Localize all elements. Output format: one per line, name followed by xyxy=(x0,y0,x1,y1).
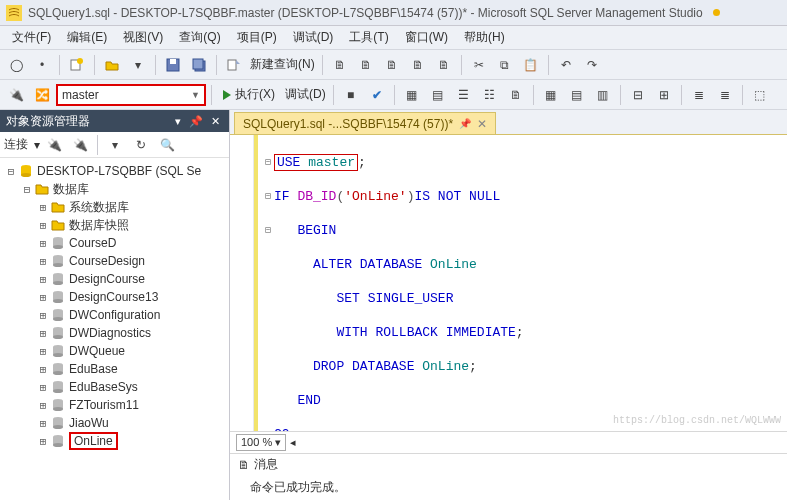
search-icon[interactable]: 🔍 xyxy=(155,133,179,157)
mdx-icon[interactable]: 🗎 xyxy=(354,53,378,77)
db-snapshot-node[interactable]: ⊞ 数据库快照 xyxy=(2,216,227,234)
expand-icon[interactable]: ⊞ xyxy=(36,237,50,250)
messages-tab[interactable]: 🗎 消息 xyxy=(230,453,787,475)
database-node[interactable]: ⊞CourseD xyxy=(2,234,227,252)
database-node[interactable]: ⊞FZTourism11 xyxy=(2,396,227,414)
menu-view[interactable]: 视图(V) xyxy=(115,26,171,49)
indent-icon[interactable]: ≣ xyxy=(687,83,711,107)
filter-icon[interactable]: ▾ xyxy=(103,133,127,157)
databases-folder-node[interactable]: ⊟ 数据库 xyxy=(2,180,227,198)
results-to-file-icon[interactable]: ▤ xyxy=(565,83,589,107)
expand-icon[interactable]: ⊞ xyxy=(36,345,50,358)
object-explorer-tree[interactable]: ⊟ DESKTOP-L7SQBBF (SQL Se ⊟ 数据库 ⊞ 系统数据库 … xyxy=(0,158,229,500)
menu-tools[interactable]: 工具(T) xyxy=(341,26,396,49)
menu-query[interactable]: 查询(Q) xyxy=(171,26,228,49)
menu-file[interactable]: 文件(F) xyxy=(4,26,59,49)
dmx-icon[interactable]: 🗎 xyxy=(380,53,404,77)
close-icon[interactable]: ✕ xyxy=(477,117,487,131)
open-file-icon[interactable] xyxy=(100,53,124,77)
outdent-icon[interactable]: ≣ xyxy=(713,83,737,107)
pin-icon[interactable]: 📌 xyxy=(186,115,206,128)
database-node[interactable]: ⊞EduBase xyxy=(2,360,227,378)
uncomment-icon[interactable]: ⊞ xyxy=(652,83,676,107)
dax-icon[interactable]: 🗎 xyxy=(432,53,456,77)
database-node[interactable]: ⊞CourseDesign xyxy=(2,252,227,270)
comment-icon[interactable]: ⊟ xyxy=(626,83,650,107)
menu-help[interactable]: 帮助(H) xyxy=(456,26,513,49)
expand-icon[interactable]: ⊞ xyxy=(36,255,50,268)
copy-icon[interactable]: ⧉ xyxy=(493,53,517,77)
server-node[interactable]: ⊟ DESKTOP-L7SQBBF (SQL Se xyxy=(2,162,227,180)
menu-edit[interactable]: 编辑(E) xyxy=(59,26,115,49)
expand-icon[interactable]: ⊞ xyxy=(36,291,50,304)
collapse-icon[interactable]: ⊟ xyxy=(20,183,34,196)
expand-icon[interactable]: ⊞ xyxy=(36,201,50,214)
change-connection-icon[interactable]: 🔀 xyxy=(30,83,54,107)
chevron-down-icon[interactable]: ▾ xyxy=(126,53,150,77)
expand-icon[interactable]: ⊞ xyxy=(36,435,50,448)
execute-button[interactable]: 执行(X) xyxy=(217,83,281,107)
database-node[interactable]: ⊞DesignCourse13 xyxy=(2,288,227,306)
pin-icon[interactable]: 📌 xyxy=(459,118,471,129)
svg-point-43 xyxy=(53,425,63,429)
new-query-icon[interactable] xyxy=(222,53,246,77)
nav-fwd-icon[interactable]: • xyxy=(30,53,54,77)
close-icon[interactable]: ✕ xyxy=(208,115,223,128)
database-node[interactable]: ⊞EduBaseSys xyxy=(2,378,227,396)
specify-values-icon[interactable]: ⬚ xyxy=(748,83,772,107)
expand-icon[interactable]: ⊞ xyxy=(36,309,50,322)
parse-check-icon[interactable]: ✔ xyxy=(365,83,389,107)
database-node[interactable]: ⊞DWDiagnostics xyxy=(2,324,227,342)
xmla-icon[interactable]: 🗎 xyxy=(406,53,430,77)
redo-icon[interactable]: ↷ xyxy=(580,53,604,77)
save-all-icon[interactable] xyxy=(187,53,211,77)
database-node[interactable]: ⊞JiaoWu xyxy=(2,414,227,432)
database-icon xyxy=(50,433,66,449)
expand-icon[interactable]: ⊞ xyxy=(36,219,50,232)
nav-back-icon[interactable]: ◯ xyxy=(4,53,28,77)
database-selector[interactable]: master ▼ xyxy=(56,84,206,106)
expand-icon[interactable]: ⊞ xyxy=(36,381,50,394)
system-databases-node[interactable]: ⊞ 系统数据库 xyxy=(2,198,227,216)
expand-icon[interactable]: ⊞ xyxy=(36,327,50,340)
paste-icon[interactable]: 📋 xyxy=(519,53,543,77)
results-text-icon[interactable]: 🗎 xyxy=(504,83,528,107)
results-to-text-icon[interactable]: ▥ xyxy=(591,83,615,107)
messages-body: 命令已成功完成。 xyxy=(230,475,787,500)
new-project-icon[interactable] xyxy=(65,53,89,77)
code-content[interactable]: ⊟USE master; ⊟IF DB_ID('OnLine')IS NOT N… xyxy=(254,135,787,431)
expand-icon[interactable]: ⊞ xyxy=(36,399,50,412)
expand-icon[interactable]: ⊞ xyxy=(36,417,50,430)
expand-icon[interactable]: ⊞ xyxy=(36,363,50,376)
connect-plug-icon[interactable]: 🔌 xyxy=(42,133,66,157)
database-node[interactable]: ⊞DesignCourse xyxy=(2,270,227,288)
connect-label[interactable]: 连接 xyxy=(4,136,28,153)
display-plan-icon[interactable]: ▦ xyxy=(400,83,424,107)
menu-debug[interactable]: 调试(D) xyxy=(285,26,342,49)
menu-window[interactable]: 窗口(W) xyxy=(397,26,456,49)
database-node[interactable]: ⊞OnLine xyxy=(2,432,227,450)
code-editor[interactable]: ⊟USE master; ⊟IF DB_ID('OnLine')IS NOT N… xyxy=(230,134,787,431)
undo-icon[interactable]: ↶ xyxy=(554,53,578,77)
disconnect-icon[interactable]: 🔌 xyxy=(68,133,92,157)
refresh-icon[interactable]: ↻ xyxy=(129,133,153,157)
expand-icon[interactable]: ⊞ xyxy=(36,273,50,286)
database-node[interactable]: ⊞DWQueue xyxy=(2,342,227,360)
include-plan-icon[interactable]: ☰ xyxy=(452,83,476,107)
new-query-label[interactable]: 新建查询(N) xyxy=(248,56,317,73)
dropdown-icon[interactable]: ▾ xyxy=(172,115,184,128)
save-icon[interactable] xyxy=(161,53,185,77)
debug-label[interactable]: 调试(D) xyxy=(283,86,328,103)
collapse-icon[interactable]: ⊟ xyxy=(4,165,18,178)
database-node[interactable]: ⊞DWConfiguration xyxy=(2,306,227,324)
results-to-grid-icon[interactable]: ▦ xyxy=(539,83,563,107)
stop-icon[interactable]: ■ xyxy=(339,83,363,107)
plug-icon[interactable]: 🔌 xyxy=(4,83,28,107)
de-icon[interactable]: 🗎 xyxy=(328,53,352,77)
editor-tab[interactable]: SQLQuery1.sql -...SQBBF\15474 (57))* 📌 ✕ xyxy=(234,112,496,134)
results-grid-icon[interactable]: ▤ xyxy=(426,83,450,107)
client-stats-icon[interactable]: ☷ xyxy=(478,83,502,107)
zoom-selector[interactable]: 100 % ▾ xyxy=(236,434,286,451)
cut-icon[interactable]: ✂ xyxy=(467,53,491,77)
menu-project[interactable]: 项目(P) xyxy=(229,26,285,49)
